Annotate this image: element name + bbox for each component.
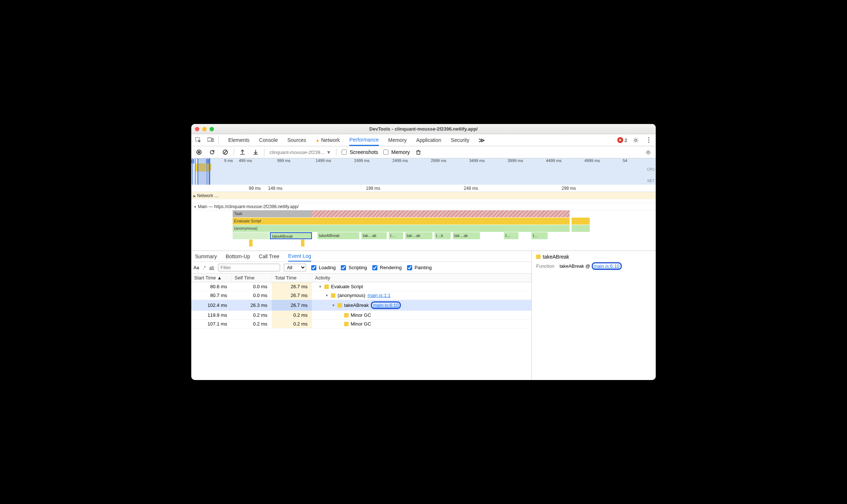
subtabs: Summary Bottom-Up Call Tree Event Log (191, 251, 531, 262)
tab-memory[interactable]: Memory (388, 134, 407, 146)
error-badge[interactable]: ✕2 (617, 137, 627, 143)
loading-checkbox[interactable]: Loading (310, 264, 336, 271)
inspect-icon[interactable] (193, 135, 203, 145)
main-tabbar: Elements Console Sources Network Perform… (191, 134, 656, 146)
col-self[interactable]: Self Time (231, 274, 272, 282)
svg-rect-2 (212, 139, 214, 142)
painting-checkbox[interactable]: Painting (406, 264, 432, 271)
filter-bar: Aa .* ab All Loading Scripting Rendering… (191, 262, 531, 274)
bottom-pane: Summary Bottom-Up Call Tree Event Log Aa… (191, 251, 656, 380)
tab-application[interactable]: Application (416, 134, 441, 146)
svg-point-5 (648, 142, 649, 143)
screenshots-checkbox[interactable]: Screenshots (340, 148, 378, 156)
tab-network[interactable]: Network (316, 134, 340, 146)
flame-evaluate-script[interactable]: Evaluate Script (233, 218, 570, 225)
table-row[interactable]: 80.7 ms0.0 ms26.7 ms▼(anonymous)main.js:… (191, 291, 531, 300)
function-source-link[interactable]: main.js:6:10 (594, 263, 620, 269)
source-link[interactable]: main.js:1:1 (368, 293, 391, 298)
device-icon[interactable] (206, 135, 215, 145)
wholeword-icon[interactable]: ab (209, 265, 214, 270)
source-link[interactable]: main.js:6:10 (371, 301, 401, 309)
range-handle-right[interactable] (207, 158, 210, 185)
subtab-calltree[interactable]: Call Tree (259, 251, 279, 262)
separator (218, 136, 219, 144)
filter-input[interactable] (218, 264, 280, 271)
svg-point-7 (198, 151, 200, 153)
kebab-icon[interactable] (644, 135, 654, 145)
net-label: NET (647, 179, 655, 183)
case-icon[interactable]: Aa (193, 265, 199, 270)
upload-icon[interactable] (238, 147, 247, 157)
timeline-overview[interactable]: 9 ms 499 ms 999 ms 1499 ms 1999 ms 2499 … (191, 158, 656, 185)
cpu-label: CPU (647, 168, 655, 172)
detail-ruler: 99 ms 149 ms 199 ms 249 ms 299 ms (191, 185, 656, 192)
flame-anonymous[interactable]: (anonymous) (233, 225, 570, 232)
main-track-label: Main — https://clinquant-mousse-2f2396.n… (191, 204, 299, 209)
tab-list: Elements Console Sources Network Perform… (228, 134, 485, 146)
subtab-summary[interactable]: Summary (195, 251, 217, 262)
bottom-left: Summary Bottom-Up Call Tree Event Log Aa… (191, 251, 531, 380)
gc-icon[interactable] (414, 147, 423, 157)
col-activity[interactable]: Activity (312, 274, 531, 282)
detail-title: takeABreak (543, 254, 569, 260)
track-gap (191, 199, 656, 203)
main-track-header[interactable]: Main — https://clinquant-mousse-2f2396.n… (191, 203, 656, 210)
error-count: 2 (625, 138, 627, 143)
subtab-bottomup[interactable]: Bottom-Up (226, 251, 250, 262)
titlebar: DevTools - clinquant-mousse-2f2396.netli… (191, 124, 656, 134)
profile-select[interactable]: clinquant-mousse-2f239… ▼ (268, 149, 332, 155)
tab-sources[interactable]: Sources (287, 134, 306, 146)
memory-checkbox[interactable]: Memory (382, 148, 410, 156)
flame-longtask (312, 210, 570, 217)
svg-point-3 (648, 137, 649, 138)
svg-line-9 (224, 151, 227, 154)
table-row[interactable]: 107.1 ms0.2 ms0.2 msMinor GC (191, 320, 531, 328)
col-total[interactable]: Total Time (272, 274, 312, 282)
tab-performance[interactable]: Performance (349, 134, 379, 146)
clear-icon[interactable] (221, 147, 230, 157)
devtools-window: DevTools - clinquant-mousse-2f2396.netli… (191, 124, 656, 380)
table-row[interactable]: 119.9 ms0.2 ms0.2 msMinor GC (191, 311, 531, 320)
tab-security[interactable]: Security (451, 134, 470, 146)
scripting-checkbox[interactable]: Scripting (339, 264, 367, 271)
flame-takeabreak-selected[interactable]: takeABreak (270, 232, 312, 239)
settings-icon[interactable] (631, 135, 640, 145)
svg-rect-10 (417, 151, 420, 154)
tab-overflow[interactable]: ≫ (479, 134, 485, 146)
tabbar-right: ✕2 (617, 135, 654, 145)
table-row[interactable]: 80.6 ms0.0 ms26.7 ms▼Evaluate Script (191, 282, 531, 291)
subtab-eventlog[interactable]: Event Log (288, 251, 311, 262)
tab-console[interactable]: Console (259, 134, 278, 146)
network-track-label: Network … (191, 193, 219, 198)
window-title: DevTools - clinquant-mousse-2f2396.netli… (191, 126, 656, 132)
svg-rect-1 (207, 138, 212, 141)
download-icon[interactable] (251, 147, 260, 157)
detail-sidebar: takeABreak Function takeABreak @ main.js… (531, 251, 656, 380)
perf-toolbar: clinquant-mousse-2f239… ▼ Screenshots Me… (191, 146, 656, 158)
regex-icon[interactable]: .* (203, 265, 206, 270)
scripting-swatch-icon (536, 255, 541, 259)
event-log-table: Start Time ▲ Self Time Total Time Activi… (191, 274, 531, 328)
svg-point-4 (648, 139, 649, 140)
col-start[interactable]: Start Time ▲ (191, 274, 231, 282)
reload-icon[interactable] (207, 147, 217, 157)
rendering-checkbox[interactable]: Rendering (371, 264, 402, 271)
perf-settings-icon[interactable] (643, 147, 653, 157)
tab-elements[interactable]: Elements (228, 134, 249, 146)
record-icon[interactable] (194, 147, 204, 157)
flame-chart[interactable]: Task Evaluate Script (anonymous) takeABr… (191, 210, 656, 251)
table-row[interactable]: 102.4 ms26.3 ms26.7 ms▼takeABreakmain.js… (191, 300, 531, 311)
overview-ruler: 9 ms 499 ms 999 ms 1499 ms 1999 ms 2499 … (191, 158, 656, 163)
range-handle-left[interactable] (192, 158, 196, 185)
network-track[interactable]: Network … (191, 192, 656, 199)
duration-select[interactable]: All (284, 264, 306, 271)
function-label: Function (536, 263, 554, 269)
function-name: takeABreak @ (560, 263, 590, 269)
